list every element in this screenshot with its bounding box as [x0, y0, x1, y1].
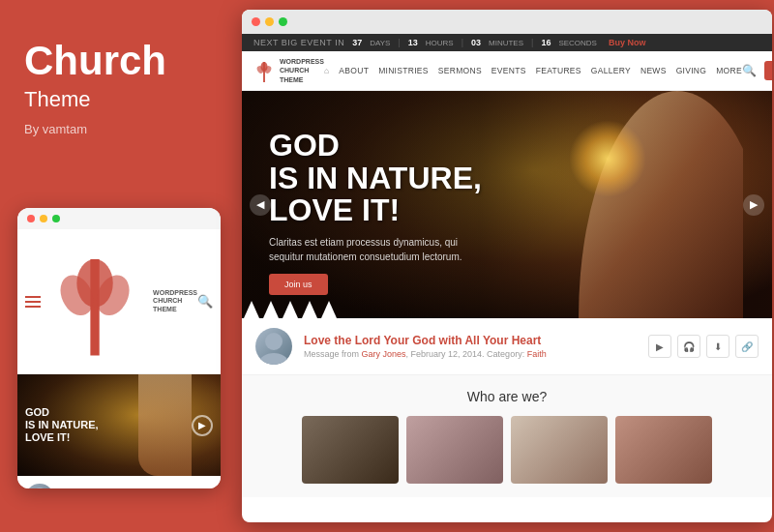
- nav-sermons[interactable]: SERMONS: [438, 66, 482, 75]
- app-author: By vamtam: [24, 122, 213, 136]
- sermon-author-link[interactable]: Gary Jones: [362, 349, 406, 359]
- desktop-search-icon[interactable]: 🔍: [742, 64, 757, 77]
- desktop-dot-yellow[interactable]: [265, 17, 274, 26]
- hero-bottom-decoration: [242, 299, 772, 318]
- donate-button[interactable]: Donate: [764, 61, 772, 80]
- hero-headline: GOD IS IN NATURE, LOVE IT!: [269, 130, 482, 227]
- desktop-dot-green[interactable]: [279, 17, 287, 26]
- tree-deco-1: [244, 301, 259, 318]
- sermon-download-icon[interactable]: ⬇: [706, 335, 729, 358]
- mobile-next-arrow[interactable]: ▶: [192, 415, 213, 436]
- desktop-logo-text: WORDPRESSCHURCHTHEME: [280, 57, 324, 83]
- nav-about[interactable]: ABOUT: [339, 66, 369, 75]
- svg-point-4: [33, 488, 46, 488]
- nav-giving[interactable]: GIVING: [676, 66, 707, 75]
- nav-home-icon[interactable]: ⌂: [324, 66, 329, 75]
- sermon-speaker-avatar: [255, 328, 292, 365]
- desktop-nav: WORDPRESSCHURCHTHEME ⌂ ABOUT MINISTRIES …: [242, 51, 772, 91]
- tree-deco-2: [263, 301, 279, 318]
- nav-gallery[interactable]: GALLERY: [591, 66, 631, 75]
- svg-point-10: [265, 333, 283, 350]
- event-hours-unit: HOURS: [426, 39, 454, 47]
- event-days-number: 37: [352, 38, 362, 47]
- event-days-unit: DAYS: [370, 39, 390, 47]
- desktop-dot-red[interactable]: [252, 17, 260, 26]
- nav-ministries[interactable]: MINISTRIES: [378, 66, 429, 75]
- desktop-top-bar: [242, 10, 772, 34]
- sermon-strip: Love the Lord Your God with All Your Hea…: [242, 318, 772, 375]
- mobile-mockup: WORDPRESSCHURCHTHEME 🔍 GOD IS IN NATURE,…: [17, 208, 221, 488]
- event-hours-number: 13: [408, 38, 418, 47]
- sermon-info: Love the Lord Your God with All Your Hea…: [304, 334, 637, 359]
- svg-point-11: [259, 353, 288, 365]
- mobile-logo: WORDPRESSCHURCHTHEME: [41, 235, 197, 368]
- nav-events[interactable]: EVENTS: [491, 66, 526, 75]
- desktop-nav-right: 🔍 Donate: [742, 61, 772, 80]
- left-panel: Church Theme By vamtam WORDPRESSCHURCHTH…: [0, 0, 237, 532]
- event-bar-label: NEXT BIG EVENT IN: [253, 38, 344, 47]
- event-seconds-number: 16: [541, 38, 551, 47]
- who-image-4: [615, 416, 712, 484]
- mobile-dot-red: [27, 215, 35, 222]
- tree-deco-4: [302, 301, 317, 318]
- nav-features[interactable]: FEATURES: [536, 66, 581, 75]
- hamburger-menu-icon[interactable]: [25, 296, 41, 308]
- sermon-action-icons: ▶ 🎧 ⬇ 🔗: [648, 335, 759, 358]
- mobile-hero-woman: [138, 374, 192, 476]
- event-minutes-unit: MINUTES: [489, 39, 523, 47]
- sermon-audio-icon[interactable]: 🎧: [677, 335, 700, 358]
- mobile-dot-yellow: [40, 215, 47, 222]
- app-subtitle: Theme: [24, 87, 213, 112]
- desktop-nav-links: ⌂ ABOUT MINISTRIES SERMONS EVENTS FEATUR…: [324, 66, 742, 75]
- mobile-hero-text: GOD IS IN NATURE, LOVE IT!: [17, 399, 106, 453]
- nav-more[interactable]: MORE: [716, 66, 742, 75]
- mobile-logo-text: WORDPRESSCHURCHTHEME: [153, 289, 197, 313]
- wheat-icon: [41, 235, 149, 368]
- hero-prev-arrow[interactable]: ◀: [250, 194, 271, 216]
- who-images-row: [255, 416, 759, 484]
- desktop-wheat-icon: [253, 57, 275, 84]
- event-minutes-number: 03: [471, 38, 481, 47]
- event-seconds-unit: SECONDS: [558, 39, 597, 47]
- sermon-category-link[interactable]: Faith: [527, 349, 547, 359]
- desktop-logo-icon: [253, 57, 275, 84]
- sermon-video-icon[interactable]: ▶: [648, 335, 671, 358]
- mobile-top-bar: [17, 208, 221, 229]
- event-buy-now-link[interactable]: Buy Now: [609, 38, 646, 47]
- nav-news[interactable]: NEWS: [640, 66, 667, 75]
- mobile-sermon-avatar: [25, 484, 54, 488]
- who-image-3: [511, 416, 608, 484]
- mobile-hero: GOD IS IN NATURE, LOVE IT! ▶: [17, 374, 221, 476]
- app-title: Church: [24, 39, 213, 83]
- sermon-meta: Message from Gary Jones, February 12, 20…: [304, 349, 637, 359]
- mobile-sermon-section: Love the Lord Your God: [17, 476, 221, 488]
- sermon-title[interactable]: Love the Lord Your God with All Your Hea…: [304, 334, 637, 347]
- hero-content: GOD IS IN NATURE, LOVE IT! Claritas est …: [269, 130, 482, 295]
- tree-deco-5: [321, 301, 337, 318]
- desktop-mockup: NEXT BIG EVENT IN 37 DAYS | 13 HOURS | 0…: [242, 10, 772, 522]
- who-section: Who are we?: [242, 375, 772, 497]
- mobile-search-icon[interactable]: 🔍: [197, 294, 213, 309]
- sermon-link-icon[interactable]: 🔗: [735, 335, 759, 358]
- tree-deco-3: [283, 301, 298, 318]
- event-countdown-bar: NEXT BIG EVENT IN 37 DAYS | 13 HOURS | 0…: [242, 34, 772, 51]
- desktop-logo: WORDPRESSCHURCHTHEME: [253, 57, 324, 84]
- hero-body: Claritas est etiam processus dynamicus, …: [269, 235, 462, 264]
- desktop-hero: GOD IS IN NATURE, LOVE IT! Claritas est …: [242, 91, 772, 318]
- mobile-nav: WORDPRESSCHURCHTHEME 🔍: [17, 229, 221, 374]
- join-us-button[interactable]: Join us: [269, 274, 328, 295]
- who-image-2: [406, 416, 503, 484]
- who-image-1: [302, 416, 399, 484]
- who-title: Who are we?: [255, 389, 759, 404]
- mobile-sermon-item: Love the Lord Your God: [25, 484, 213, 488]
- mobile-dot-green: [52, 215, 60, 222]
- mobile-hero-title: GOD IS IN NATURE, LOVE IT!: [25, 406, 99, 445]
- hero-next-arrow[interactable]: ▶: [743, 194, 764, 216]
